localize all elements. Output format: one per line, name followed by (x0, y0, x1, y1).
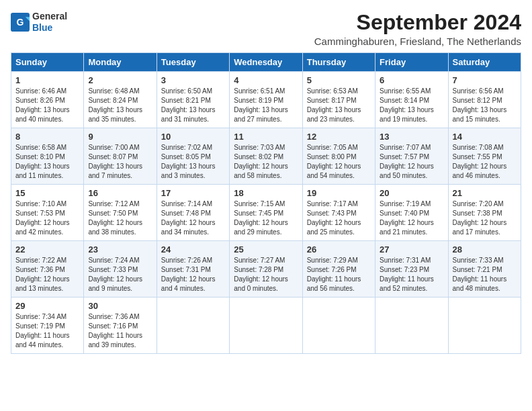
day-number: 2 (88, 75, 152, 85)
day-number: 12 (307, 132, 371, 142)
calendar-cell (302, 298, 375, 354)
calendar-cell: 1Sunrise: 6:46 AM Sunset: 8:26 PM Daylig… (11, 72, 84, 128)
calendar-cell: 21Sunrise: 7:20 AM Sunset: 7:38 PM Dayli… (448, 185, 521, 241)
day-info: Sunrise: 7:19 AM Sunset: 7:40 PM Dayligh… (380, 199, 443, 237)
calendar-cell: 4Sunrise: 6:51 AM Sunset: 8:19 PM Daylig… (230, 72, 302, 128)
calendar-week-1: 1Sunrise: 6:46 AM Sunset: 8:26 PM Daylig… (11, 72, 521, 128)
day-info: Sunrise: 7:27 AM Sunset: 7:28 PM Dayligh… (234, 256, 298, 293)
calendar-cell: 22Sunrise: 7:22 AM Sunset: 7:36 PM Dayli… (11, 241, 84, 298)
day-info: Sunrise: 7:34 AM Sunset: 7:19 PM Dayligh… (15, 312, 79, 350)
day-info: Sunrise: 7:07 AM Sunset: 7:57 PM Dayligh… (380, 143, 443, 181)
day-number: 11 (234, 132, 298, 142)
calendar-cell: 16Sunrise: 7:12 AM Sunset: 7:50 PM Dayli… (84, 185, 157, 241)
calendar-cell: 5Sunrise: 6:53 AM Sunset: 8:17 PM Daylig… (302, 72, 375, 128)
calendar-cell: 2Sunrise: 6:48 AM Sunset: 8:24 PM Daylig… (84, 72, 157, 128)
day-info: Sunrise: 7:03 AM Sunset: 8:02 PM Dayligh… (234, 143, 298, 181)
day-info: Sunrise: 7:36 AM Sunset: 7:16 PM Dayligh… (88, 312, 152, 350)
day-info: Sunrise: 7:05 AM Sunset: 8:00 PM Dayligh… (307, 143, 371, 181)
calendar-week-3: 15Sunrise: 7:10 AM Sunset: 7:53 PM Dayli… (11, 185, 521, 241)
day-number: 3 (161, 75, 225, 85)
calendar-cell: 9Sunrise: 7:00 AM Sunset: 8:07 PM Daylig… (84, 128, 157, 185)
day-info: Sunrise: 7:02 AM Sunset: 8:05 PM Dayligh… (161, 143, 225, 181)
day-number: 19 (307, 188, 371, 198)
subtitle: Camminghaburen, Friesland, The Netherlan… (314, 36, 521, 47)
calendar-cell: 11Sunrise: 7:03 AM Sunset: 8:02 PM Dayli… (230, 128, 302, 185)
weekday-tuesday: Tuesday (157, 53, 229, 72)
calendar-cell: 15Sunrise: 7:10 AM Sunset: 7:53 PM Dayli… (11, 185, 84, 241)
calendar-cell (375, 298, 448, 354)
weekday-saturday: Saturday (448, 53, 521, 72)
day-number: 17 (161, 188, 225, 198)
day-number: 7 (453, 75, 517, 85)
day-info: Sunrise: 7:22 AM Sunset: 7:36 PM Dayligh… (15, 256, 79, 293)
day-info: Sunrise: 7:29 AM Sunset: 7:26 PM Dayligh… (307, 256, 371, 293)
calendar-cell (230, 298, 302, 354)
day-info: Sunrise: 7:31 AM Sunset: 7:23 PM Dayligh… (380, 256, 443, 293)
day-number: 20 (380, 188, 443, 198)
day-number: 18 (234, 188, 298, 198)
day-info: Sunrise: 6:51 AM Sunset: 8:19 PM Dayligh… (234, 87, 298, 124)
logo-icon: G (11, 13, 30, 32)
calendar-cell (448, 298, 521, 354)
weekday-monday: Monday (84, 53, 157, 72)
day-number: 29 (15, 301, 79, 311)
calendar-cell: 29Sunrise: 7:34 AM Sunset: 7:19 PM Dayli… (11, 298, 84, 354)
calendar-cell: 30Sunrise: 7:36 AM Sunset: 7:16 PM Dayli… (84, 298, 157, 354)
day-info: Sunrise: 6:55 AM Sunset: 8:14 PM Dayligh… (380, 87, 443, 124)
day-info: Sunrise: 7:00 AM Sunset: 8:07 PM Dayligh… (88, 143, 152, 181)
calendar: SundayMondayTuesdayWednesdayThursdayFrid… (11, 52, 521, 354)
day-number: 10 (161, 132, 225, 142)
calendar-cell: 20Sunrise: 7:19 AM Sunset: 7:40 PM Dayli… (375, 185, 448, 241)
day-number: 1 (15, 75, 79, 85)
weekday-sunday: Sunday (11, 53, 84, 72)
day-info: Sunrise: 7:26 AM Sunset: 7:31 PM Dayligh… (161, 256, 225, 293)
calendar-cell: 19Sunrise: 7:17 AM Sunset: 7:43 PM Dayli… (302, 185, 375, 241)
day-number: 13 (380, 132, 443, 142)
day-number: 30 (88, 301, 152, 311)
calendar-week-4: 22Sunrise: 7:22 AM Sunset: 7:36 PM Dayli… (11, 241, 521, 298)
calendar-week-2: 8Sunrise: 6:58 AM Sunset: 8:10 PM Daylig… (11, 128, 521, 185)
svg-text:G: G (17, 16, 24, 27)
weekday-friday: Friday (375, 53, 448, 72)
calendar-cell: 23Sunrise: 7:24 AM Sunset: 7:33 PM Dayli… (84, 241, 157, 298)
calendar-cell: 25Sunrise: 7:27 AM Sunset: 7:28 PM Dayli… (230, 241, 302, 298)
calendar-cell: 27Sunrise: 7:31 AM Sunset: 7:23 PM Dayli… (375, 241, 448, 298)
day-info: Sunrise: 7:12 AM Sunset: 7:50 PM Dayligh… (88, 199, 152, 237)
day-info: Sunrise: 7:17 AM Sunset: 7:43 PM Dayligh… (307, 199, 371, 237)
day-number: 24 (161, 244, 225, 255)
day-number: 6 (380, 75, 443, 85)
calendar-week-5: 29Sunrise: 7:34 AM Sunset: 7:19 PM Dayli… (11, 298, 521, 354)
day-info: Sunrise: 7:15 AM Sunset: 7:45 PM Dayligh… (234, 199, 298, 237)
day-info: Sunrise: 6:46 AM Sunset: 8:26 PM Dayligh… (15, 87, 79, 124)
calendar-cell: 17Sunrise: 7:14 AM Sunset: 7:48 PM Dayli… (157, 185, 229, 241)
day-number: 23 (88, 244, 152, 255)
day-number: 25 (234, 244, 298, 255)
weekday-thursday: Thursday (302, 53, 375, 72)
weekday-header-row: SundayMondayTuesdayWednesdayThursdayFrid… (11, 53, 521, 72)
day-info: Sunrise: 7:24 AM Sunset: 7:33 PM Dayligh… (88, 256, 152, 293)
logo-line1: General (32, 11, 67, 22)
day-number: 28 (453, 244, 517, 255)
day-info: Sunrise: 7:20 AM Sunset: 7:38 PM Dayligh… (453, 199, 517, 237)
day-number: 26 (307, 244, 371, 255)
day-number: 15 (15, 188, 79, 198)
day-info: Sunrise: 6:58 AM Sunset: 8:10 PM Dayligh… (15, 143, 79, 181)
calendar-cell: 13Sunrise: 7:07 AM Sunset: 7:57 PM Dayli… (375, 128, 448, 185)
calendar-cell: 6Sunrise: 6:55 AM Sunset: 8:14 PM Daylig… (375, 72, 448, 128)
calendar-cell: 28Sunrise: 7:33 AM Sunset: 7:21 PM Dayli… (448, 241, 521, 298)
day-info: Sunrise: 7:10 AM Sunset: 7:53 PM Dayligh… (15, 199, 79, 237)
day-number: 5 (307, 75, 371, 85)
day-number: 14 (453, 132, 517, 142)
day-number: 16 (88, 188, 152, 198)
header: G General Blue September 2024 Camminghab… (11, 11, 521, 47)
day-number: 9 (88, 132, 152, 142)
calendar-cell: 10Sunrise: 7:02 AM Sunset: 8:05 PM Dayli… (157, 128, 229, 185)
calendar-cell (157, 298, 229, 354)
weekday-wednesday: Wednesday (230, 53, 302, 72)
day-info: Sunrise: 6:50 AM Sunset: 8:21 PM Dayligh… (161, 87, 225, 124)
calendar-cell: 7Sunrise: 6:56 AM Sunset: 8:12 PM Daylig… (448, 72, 521, 128)
calendar-cell: 18Sunrise: 7:15 AM Sunset: 7:45 PM Dayli… (230, 185, 302, 241)
logo: G General Blue (11, 11, 67, 34)
title-area: September 2024 Camminghaburen, Friesland… (314, 11, 521, 47)
logo-line2: Blue (32, 22, 67, 34)
